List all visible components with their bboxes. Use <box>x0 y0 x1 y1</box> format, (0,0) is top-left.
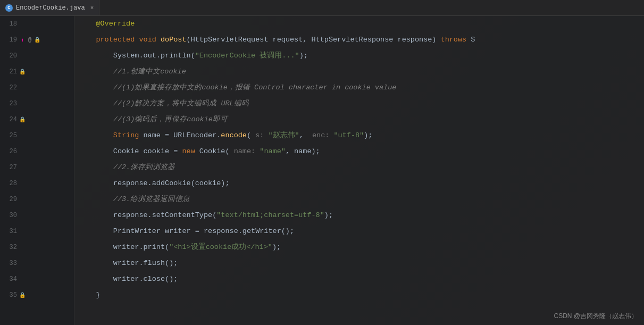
tab-file-icon: C <box>5 4 13 12</box>
gutter-row: 26 <box>0 144 74 160</box>
gutter-icons: 🔒 <box>19 116 26 123</box>
code-line: //(2)解决方案，将中文编码成 URL编码 <box>79 96 644 112</box>
gutter-row: 34 <box>0 271 74 287</box>
line-number: 30 <box>2 212 17 219</box>
line-number: 35 <box>2 291 17 299</box>
token: System. <box>79 48 144 64</box>
gutter-row: 28 <box>0 176 74 191</box>
line-number: 31 <box>2 228 17 235</box>
line-number: 26 <box>2 148 17 155</box>
code-line: //3.给浏览器返回信息 <box>79 191 644 207</box>
tab-close-button[interactable]: × <box>90 5 94 11</box>
gutter-row: 19⬆@🔒 <box>0 32 74 48</box>
gutter-row: 29 <box>0 191 74 207</box>
code-line: //(1)如果直接存放中文的cookie，报错 Control characte… <box>79 80 644 96</box>
code-line: writer.print("<h1>设置cookie成功</h1>"); <box>79 239 644 255</box>
token: "utf-8" <box>334 128 364 144</box>
token: writer.print( <box>79 239 169 255</box>
gutter-row: 23 <box>0 96 74 112</box>
token: "<h1>设置cookie成功</h1>" <box>169 239 272 255</box>
watermark: CSDN @吉冈秀隆（赵志伟） <box>554 312 638 321</box>
token <box>79 32 96 48</box>
token: name = URLEncoder. <box>139 128 221 144</box>
code-line: //(3)编码后，再保存cookie即可 <box>79 112 644 128</box>
gutter-row: 18 <box>0 16 74 32</box>
gutter-row: 21🔒 <box>0 64 74 80</box>
token: //2.保存到浏览器 <box>79 160 175 176</box>
token: @Override <box>96 16 135 32</box>
line-number: 32 <box>2 244 17 251</box>
code-line: PrintWriter writer = response.getWriter(… <box>79 223 644 239</box>
arrow-up-icon: ⬆ <box>19 37 26 43</box>
token: ); <box>299 48 308 64</box>
token: response.addCookie(cookie); <box>79 176 230 191</box>
lock-icon: 🔒 <box>34 37 40 43</box>
token: , <box>299 128 312 144</box>
token: s: <box>255 128 264 144</box>
code-content[interactable]: @Override protected void doPost(HttpServ… <box>74 16 644 325</box>
token: Cookie cookie = <box>79 144 182 160</box>
token <box>79 128 113 144</box>
lock-icon: 🔒 <box>19 292 26 298</box>
code-line: //2.保存到浏览器 <box>79 160 644 176</box>
token <box>79 16 96 32</box>
line-number: 20 <box>2 52 17 60</box>
line-number: 29 <box>2 196 17 203</box>
token: response.setContentType( <box>79 207 216 223</box>
line-number: 22 <box>2 84 17 91</box>
code-line: protected void doPost(HttpServletRequest… <box>79 32 644 48</box>
token: writer.flush(); <box>79 255 178 271</box>
line-gutter: 1819⬆@🔒2021🔒222324🔒252627282930313233343… <box>0 16 74 325</box>
token: Cookie( <box>195 144 234 160</box>
token: new <box>182 144 195 160</box>
tab-bar: C EncoderCookie.java × <box>0 0 644 16</box>
line-number: 33 <box>2 260 17 267</box>
token <box>329 128 333 144</box>
code-line: response.addCookie(cookie); <box>79 176 644 191</box>
token: } <box>79 287 101 303</box>
line-number: 27 <box>2 164 17 171</box>
gutter-row: 30 <box>0 207 74 223</box>
token: , name); <box>286 144 320 160</box>
token: out <box>144 48 156 64</box>
code-area: 1819⬆@🔒2021🔒222324🔒252627282930313233343… <box>0 16 644 325</box>
token: ( <box>247 128 255 144</box>
line-number: 25 <box>2 132 17 139</box>
line-number: 28 <box>2 180 17 187</box>
token: writer.close(); <box>79 271 178 287</box>
code-line: @Override <box>79 16 644 32</box>
code-line: writer.close(); <box>79 271 644 287</box>
line-number: 18 <box>2 20 17 28</box>
gutter-row: 31 <box>0 223 74 239</box>
token: //1.创建中文cookie <box>79 64 186 80</box>
token: void <box>139 32 156 48</box>
token <box>156 32 161 48</box>
line-number: 24 <box>2 116 17 123</box>
code-line: response.setContentType("text/html;chars… <box>79 207 644 223</box>
token: ); <box>364 128 372 144</box>
line-number: 23 <box>2 100 17 107</box>
gutter-icons: ⬆@🔒 <box>19 37 40 43</box>
gutter-row: 32 <box>0 239 74 255</box>
tab-item[interactable]: C EncoderCookie.java × <box>0 0 99 15</box>
token: name: <box>234 144 256 160</box>
token: protected <box>96 32 135 48</box>
gutter-row: 22 <box>0 80 74 96</box>
token: "赵志伟" <box>268 128 299 144</box>
gutter-row: 27 <box>0 160 74 176</box>
token: enc: <box>312 128 329 144</box>
token: encode <box>221 128 247 144</box>
gutter-row: 35🔒 <box>0 287 74 303</box>
gutter-icons: 🔒 <box>19 69 26 75</box>
gutter-row: 20 <box>0 48 74 64</box>
line-number: 21 <box>2 68 17 76</box>
token: throws <box>441 32 467 48</box>
token: //(1)如果直接存放中文的cookie，报错 Control characte… <box>79 80 396 96</box>
gutter-icons: 🔒 <box>19 292 26 298</box>
token <box>135 32 139 48</box>
tab-filename: EncoderCookie.java <box>16 4 85 12</box>
token: //3.给浏览器返回信息 <box>79 191 190 207</box>
line-number: 19 <box>2 36 17 44</box>
at-icon: @ <box>27 37 33 43</box>
code-line: System.out.println("EncoderCookie 被调用...… <box>79 48 644 64</box>
